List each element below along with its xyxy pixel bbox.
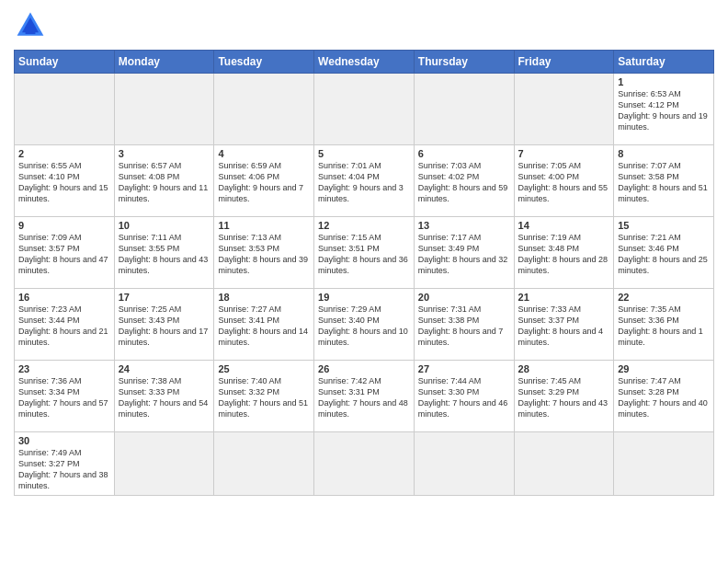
day-number: 21 bbox=[518, 292, 610, 303]
weekday-tuesday: Tuesday bbox=[214, 51, 314, 74]
calendar-cell bbox=[214, 432, 314, 496]
calendar-cell: 9Sunrise: 7:09 AM Sunset: 3:57 PM Daylig… bbox=[15, 217, 115, 289]
calendar-cell bbox=[314, 74, 415, 145]
weekday-sunday: Sunday bbox=[15, 51, 115, 74]
day-info: Sunrise: 7:35 AM Sunset: 3:36 PM Dayligh… bbox=[618, 304, 710, 349]
calendar-cell: 23Sunrise: 7:36 AM Sunset: 3:34 PM Dayli… bbox=[15, 361, 115, 432]
day-info: Sunrise: 7:17 AM Sunset: 3:49 PM Dayligh… bbox=[418, 232, 510, 277]
day-number: 14 bbox=[518, 220, 610, 231]
calendar-cell: 10Sunrise: 7:11 AM Sunset: 3:55 PM Dayli… bbox=[114, 217, 214, 289]
calendar-cell: 18Sunrise: 7:27 AM Sunset: 3:41 PM Dayli… bbox=[214, 289, 314, 361]
calendar-cell bbox=[15, 74, 115, 145]
calendar-cell bbox=[414, 432, 514, 496]
calendar-cell bbox=[614, 432, 714, 496]
day-info: Sunrise: 7:15 AM Sunset: 3:51 PM Dayligh… bbox=[318, 232, 410, 277]
day-number: 13 bbox=[418, 220, 510, 231]
day-info: Sunrise: 7:47 AM Sunset: 3:28 PM Dayligh… bbox=[618, 375, 710, 420]
day-info: Sunrise: 7:38 AM Sunset: 3:33 PM Dayligh… bbox=[119, 375, 210, 420]
calendar-cell bbox=[514, 74, 614, 145]
calendar-cell: 11Sunrise: 7:13 AM Sunset: 3:53 PM Dayli… bbox=[214, 217, 314, 289]
calendar-cell: 12Sunrise: 7:15 AM Sunset: 3:51 PM Dayli… bbox=[314, 217, 415, 289]
calendar-cell: 2Sunrise: 6:55 AM Sunset: 4:10 PM Daylig… bbox=[15, 145, 115, 217]
day-number: 4 bbox=[218, 148, 310, 159]
calendar-cell: 21Sunrise: 7:33 AM Sunset: 3:37 PM Dayli… bbox=[514, 289, 614, 361]
day-info: Sunrise: 7:49 AM Sunset: 3:27 PM Dayligh… bbox=[18, 447, 110, 492]
logo bbox=[14, 9, 51, 42]
day-info: Sunrise: 7:31 AM Sunset: 3:38 PM Dayligh… bbox=[418, 304, 510, 349]
calendar-cell: 27Sunrise: 7:44 AM Sunset: 3:30 PM Dayli… bbox=[414, 361, 514, 432]
week-row-5: 30Sunrise: 7:49 AM Sunset: 3:27 PM Dayli… bbox=[15, 432, 714, 496]
day-number: 11 bbox=[218, 220, 310, 231]
calendar-cell bbox=[514, 432, 614, 496]
day-number: 28 bbox=[518, 363, 610, 374]
day-number: 7 bbox=[518, 148, 610, 159]
calendar-cell: 29Sunrise: 7:47 AM Sunset: 3:28 PM Dayli… bbox=[614, 361, 714, 432]
day-info: Sunrise: 7:29 AM Sunset: 3:40 PM Dayligh… bbox=[318, 304, 410, 349]
day-number: 8 bbox=[618, 148, 710, 159]
weekday-friday: Friday bbox=[514, 51, 614, 74]
weekday-thursday: Thursday bbox=[414, 51, 514, 74]
week-row-4: 23Sunrise: 7:36 AM Sunset: 3:34 PM Dayli… bbox=[15, 361, 714, 432]
day-info: Sunrise: 7:07 AM Sunset: 3:58 PM Dayligh… bbox=[618, 160, 710, 205]
day-info: Sunrise: 6:59 AM Sunset: 4:06 PM Dayligh… bbox=[218, 160, 310, 205]
day-number: 5 bbox=[318, 148, 410, 159]
day-number: 10 bbox=[119, 220, 210, 231]
calendar-cell: 30Sunrise: 7:49 AM Sunset: 3:27 PM Dayli… bbox=[15, 432, 115, 496]
day-info: Sunrise: 7:36 AM Sunset: 3:34 PM Dayligh… bbox=[18, 375, 110, 420]
day-info: Sunrise: 7:25 AM Sunset: 3:43 PM Dayligh… bbox=[119, 304, 210, 349]
day-number: 6 bbox=[418, 148, 510, 159]
weekday-saturday: Saturday bbox=[614, 51, 714, 74]
day-number: 9 bbox=[18, 220, 110, 231]
calendar-cell bbox=[314, 432, 415, 496]
day-number: 22 bbox=[618, 292, 710, 303]
day-info: Sunrise: 7:05 AM Sunset: 4:00 PM Dayligh… bbox=[518, 160, 610, 205]
calendar-cell: 26Sunrise: 7:42 AM Sunset: 3:31 PM Dayli… bbox=[314, 361, 415, 432]
calendar-page: SundayMondayTuesdayWednesdayThursdayFrid… bbox=[0, 0, 728, 505]
day-info: Sunrise: 7:42 AM Sunset: 3:31 PM Dayligh… bbox=[318, 375, 410, 420]
calendar-cell bbox=[114, 74, 214, 145]
weekday-wednesday: Wednesday bbox=[314, 51, 415, 74]
day-number: 25 bbox=[218, 363, 310, 374]
day-info: Sunrise: 6:55 AM Sunset: 4:10 PM Dayligh… bbox=[18, 160, 110, 205]
logo-icon bbox=[14, 9, 47, 42]
calendar-cell: 15Sunrise: 7:21 AM Sunset: 3:46 PM Dayli… bbox=[614, 217, 714, 289]
day-info: Sunrise: 7:19 AM Sunset: 3:48 PM Dayligh… bbox=[518, 232, 610, 277]
calendar-cell: 5Sunrise: 7:01 AM Sunset: 4:04 PM Daylig… bbox=[314, 145, 415, 217]
calendar-cell bbox=[214, 74, 314, 145]
calendar-cell: 6Sunrise: 7:03 AM Sunset: 4:02 PM Daylig… bbox=[414, 145, 514, 217]
calendar-cell: 19Sunrise: 7:29 AM Sunset: 3:40 PM Dayli… bbox=[314, 289, 415, 361]
calendar-cell: 4Sunrise: 6:59 AM Sunset: 4:06 PM Daylig… bbox=[214, 145, 314, 217]
day-number: 26 bbox=[318, 363, 410, 374]
day-number: 29 bbox=[618, 363, 710, 374]
calendar-cell: 14Sunrise: 7:19 AM Sunset: 3:48 PM Dayli… bbox=[514, 217, 614, 289]
day-info: Sunrise: 7:45 AM Sunset: 3:29 PM Dayligh… bbox=[518, 375, 610, 420]
day-number: 27 bbox=[418, 363, 510, 374]
calendar-cell: 3Sunrise: 6:57 AM Sunset: 4:08 PM Daylig… bbox=[114, 145, 214, 217]
day-number: 12 bbox=[318, 220, 410, 231]
calendar-cell bbox=[114, 432, 214, 496]
week-row-2: 9Sunrise: 7:09 AM Sunset: 3:57 PM Daylig… bbox=[15, 217, 714, 289]
header bbox=[14, 9, 714, 42]
calendar-cell: 28Sunrise: 7:45 AM Sunset: 3:29 PM Dayli… bbox=[514, 361, 614, 432]
calendar-cell bbox=[414, 74, 514, 145]
day-info: Sunrise: 7:03 AM Sunset: 4:02 PM Dayligh… bbox=[418, 160, 510, 205]
weekday-monday: Monday bbox=[114, 51, 214, 74]
calendar-cell: 13Sunrise: 7:17 AM Sunset: 3:49 PM Dayli… bbox=[414, 217, 514, 289]
day-info: Sunrise: 7:13 AM Sunset: 3:53 PM Dayligh… bbox=[218, 232, 310, 277]
calendar-cell: 1Sunrise: 6:53 AM Sunset: 4:12 PM Daylig… bbox=[614, 74, 714, 145]
day-info: Sunrise: 6:53 AM Sunset: 4:12 PM Dayligh… bbox=[618, 88, 710, 133]
day-number: 18 bbox=[218, 292, 310, 303]
calendar-cell: 8Sunrise: 7:07 AM Sunset: 3:58 PM Daylig… bbox=[614, 145, 714, 217]
calendar-cell: 22Sunrise: 7:35 AM Sunset: 3:36 PM Dayli… bbox=[614, 289, 714, 361]
day-info: Sunrise: 7:33 AM Sunset: 3:37 PM Dayligh… bbox=[518, 304, 610, 349]
day-number: 23 bbox=[18, 363, 110, 374]
day-info: Sunrise: 7:23 AM Sunset: 3:44 PM Dayligh… bbox=[18, 304, 110, 349]
calendar-cell: 16Sunrise: 7:23 AM Sunset: 3:44 PM Dayli… bbox=[15, 289, 115, 361]
day-number: 1 bbox=[618, 76, 710, 87]
svg-rect-2 bbox=[26, 28, 36, 34]
weekday-header-row: SundayMondayTuesdayWednesdayThursdayFrid… bbox=[15, 51, 714, 74]
calendar-table: SundayMondayTuesdayWednesdayThursdayFrid… bbox=[14, 50, 714, 496]
day-info: Sunrise: 7:44 AM Sunset: 3:30 PM Dayligh… bbox=[418, 375, 510, 420]
day-info: Sunrise: 7:21 AM Sunset: 3:46 PM Dayligh… bbox=[618, 232, 710, 277]
day-number: 20 bbox=[418, 292, 510, 303]
